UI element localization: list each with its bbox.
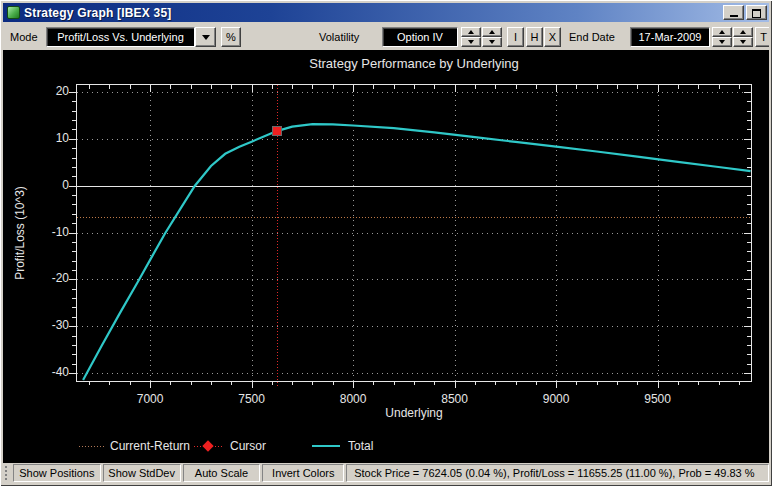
x-tick-label: 8500 — [430, 392, 480, 406]
x-tick-label: 7500 — [227, 392, 277, 406]
legend-total-line — [312, 445, 340, 447]
x-tick — [597, 381, 598, 385]
mode-dropdown-button[interactable] — [195, 27, 216, 47]
y-tick — [72, 148, 76, 149]
x-tick — [150, 381, 151, 388]
app-icon — [7, 6, 20, 19]
x-tick — [719, 381, 720, 385]
y-tick — [72, 167, 76, 168]
y-tick — [72, 270, 76, 271]
spinner-down-button[interactable] — [482, 37, 502, 47]
y-tick — [72, 101, 76, 102]
x-tick — [312, 381, 313, 385]
x-tick-label: 9000 — [531, 392, 581, 406]
y-tick — [72, 129, 76, 130]
spinner-down-button[interactable] — [712, 37, 732, 47]
x-tick — [353, 381, 354, 388]
x-tick — [576, 381, 577, 385]
y-tick — [69, 326, 76, 327]
arrow-down-icon — [719, 40, 725, 44]
x-tick — [292, 381, 293, 385]
x-tick — [394, 381, 395, 385]
x-tick — [739, 381, 740, 385]
y-tick-label: -30 — [29, 318, 69, 332]
arrow-up-icon — [740, 30, 746, 34]
x-tick-label: 7000 — [125, 392, 175, 406]
y-tick — [72, 195, 76, 196]
chevron-down-icon — [202, 35, 210, 40]
x-button[interactable]: X — [544, 27, 561, 47]
arrow-down-icon — [468, 40, 474, 44]
y-tick — [72, 307, 76, 308]
y-tick — [72, 345, 76, 346]
minimize-button[interactable] — [723, 5, 744, 20]
x-tick — [678, 381, 679, 385]
spinner-up-button[interactable] — [461, 27, 481, 37]
y-tick — [72, 261, 76, 262]
t-button[interactable]: T — [755, 27, 769, 47]
statusbar-grip-icon — [5, 466, 10, 480]
show-positions-button[interactable]: Show Positions — [13, 464, 101, 482]
y-tick — [72, 364, 76, 365]
y-tick-label: 0 — [29, 178, 69, 192]
maximize-button[interactable] — [746, 5, 767, 20]
y-tick-label: -40 — [29, 365, 69, 379]
volatility-spinner-1 — [461, 27, 481, 47]
status-summary: Stock Price = 7624.05 (0.04 %), Profit/L… — [346, 464, 769, 482]
end-date-field[interactable]: 17-Mar-2009 — [630, 27, 710, 47]
volatility-field[interactable]: Option IV — [382, 27, 458, 47]
chart-title: Strategy Performance by Underlying — [76, 56, 752, 71]
y-tick — [72, 289, 76, 290]
y-tick — [72, 223, 76, 224]
x-tick — [373, 381, 374, 385]
end-date-spinner-2 — [733, 27, 753, 47]
maximize-icon — [752, 9, 761, 18]
h-button[interactable]: H — [526, 27, 543, 47]
volatility-label: Volatility — [319, 31, 359, 43]
y-tick — [72, 158, 76, 159]
x-tick — [455, 381, 456, 388]
y-tick-label: 10 — [29, 131, 69, 145]
x-tick — [658, 381, 659, 388]
y-tick — [72, 214, 76, 215]
mode-select[interactable]: Profit/Loss Vs. Underlying — [46, 27, 195, 47]
x-tick — [89, 381, 90, 385]
y-tick — [72, 242, 76, 243]
y-tick-label: -10 — [29, 225, 69, 239]
legend-cursor-line — [194, 446, 222, 447]
plot-area[interactable] — [76, 84, 752, 382]
legend: Current-Return Cursor Total — [3, 438, 769, 456]
arrow-up-icon — [468, 30, 474, 34]
spinner-up-button[interactable] — [712, 27, 732, 37]
end-date-spinner-1 — [712, 27, 732, 47]
x-tick — [637, 381, 638, 385]
y-tick — [72, 336, 76, 337]
percent-button[interactable]: % — [221, 27, 241, 47]
show-stddev-button[interactable]: Show StdDev — [103, 464, 181, 482]
y-tick — [72, 251, 76, 252]
titlebar[interactable]: Strategy Graph [IBEX 35] — [3, 3, 769, 22]
x-tick — [475, 381, 476, 385]
status-bar: Show Positions Show StdDev Auto Scale In… — [3, 463, 769, 483]
legend-current-return-line — [79, 446, 105, 447]
auto-scale-button[interactable]: Auto Scale — [183, 464, 261, 482]
y-tick — [69, 233, 76, 234]
total-series-line — [77, 85, 751, 381]
x-tick — [698, 381, 699, 385]
spinner-up-button[interactable] — [482, 27, 502, 37]
spinner-up-button[interactable] — [733, 27, 753, 37]
arrow-up-icon — [719, 30, 725, 34]
i-button[interactable]: I — [507, 27, 524, 47]
end-date-label: End Date — [569, 31, 615, 43]
volatility-spinner-2 — [482, 27, 502, 47]
cursor-marker[interactable] — [273, 127, 281, 135]
minimize-icon — [730, 15, 738, 17]
invert-colors-button[interactable]: Invert Colors — [262, 464, 344, 482]
x-tick-label: 9500 — [633, 392, 683, 406]
toolbar: Mode Profit/Loss Vs. Underlying % Volati… — [3, 22, 769, 50]
spinner-down-button[interactable] — [733, 37, 753, 47]
spinner-down-button[interactable] — [461, 37, 481, 47]
y-tick — [72, 120, 76, 121]
x-tick — [130, 381, 131, 385]
y-tick — [69, 92, 76, 93]
